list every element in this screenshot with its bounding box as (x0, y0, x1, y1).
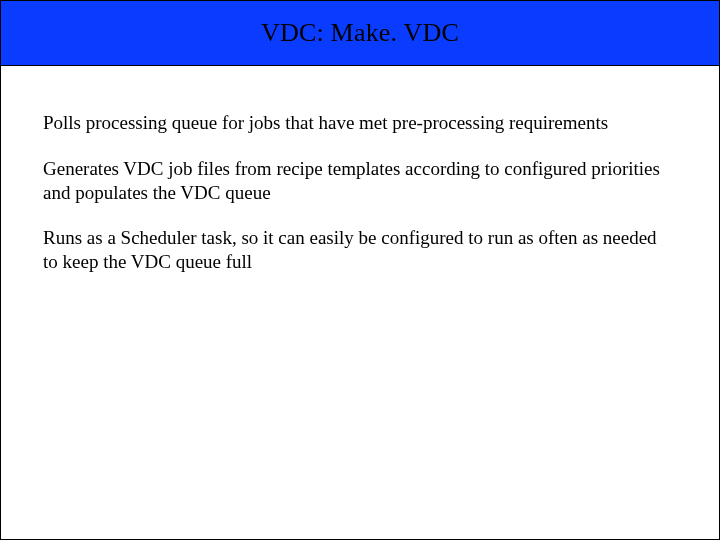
body-paragraph: Polls processing queue for jobs that hav… (43, 111, 671, 135)
slide-body: Polls processing queue for jobs that hav… (43, 111, 671, 296)
body-paragraph: Generates VDC job files from recipe temp… (43, 157, 671, 205)
title-bar: VDC: Make. VDC (1, 1, 719, 66)
slide: VDC: Make. VDC Polls processing queue fo… (0, 0, 720, 540)
body-paragraph: Runs as a Scheduler task, so it can easi… (43, 226, 671, 274)
slide-title: VDC: Make. VDC (261, 18, 459, 48)
